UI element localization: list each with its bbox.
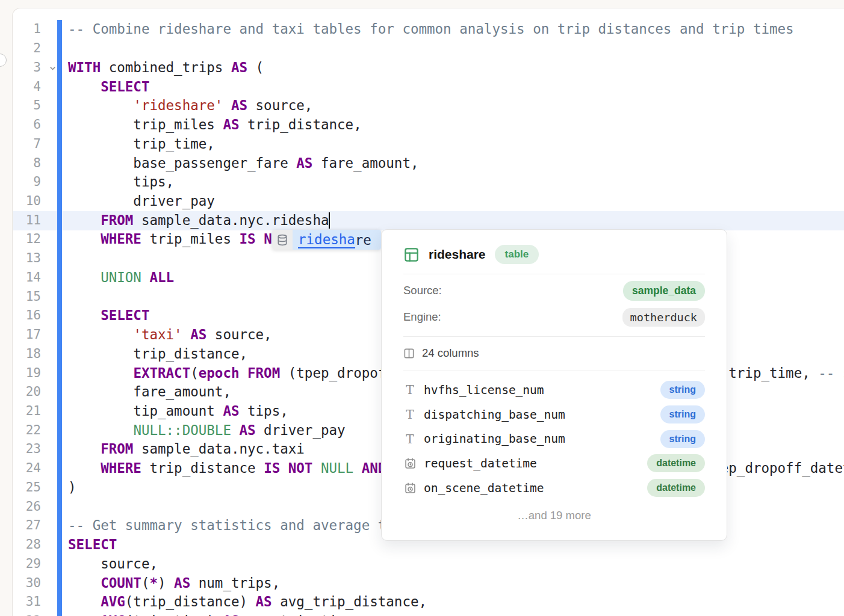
engine-row: Engine: motherduck [403,307,705,327]
code-line-1[interactable]: 1-- Combine rideshare and taxi tables fo… [0,20,844,39]
line-number: 13 [14,249,41,268]
code-line-3[interactable]: 3WITH combined_trips AS ( [0,58,844,78]
code-text: -- Combine rideshare and taxi tables for… [68,20,794,39]
code-line-11[interactable]: 11 FROM sample_data.nyc.ridesha [0,211,844,230]
line-number: 28 [14,535,41,555]
line-number: 23 [14,440,41,459]
source-label: Source: [403,284,442,297]
code-line-8[interactable]: 8 base_passenger_fare AS fare_amount, [0,154,844,173]
code-text: SELECT [68,306,149,325]
column-name: hvfhs_license_num [424,383,544,397]
line-number: 11 [14,211,41,230]
datetime-type-icon [403,457,417,470]
line-number: 32 [14,612,41,616]
column-row-request_datetime: request_datetimedatetime [403,451,705,476]
line-number: 20 [14,383,41,402]
divider [403,371,705,371]
column-type-badge: string [660,405,705,424]
table-icon [403,247,420,263]
code-text: 'taxi' AS source, [68,325,272,345]
code-text: NULL::DOUBLE AS driver_pay [68,421,346,440]
code-text: base_passenger_fare AS fare_amount, [68,154,419,173]
line-number: 8 [14,154,41,173]
line-number: 12 [14,230,41,249]
code-line-5[interactable]: 5 'rideshare' AS source, [0,96,844,116]
line-number: 25 [14,478,41,497]
source-row: Source: sample_data [403,280,705,301]
code-line-30[interactable]: 30 COUNT(*) AS num_trips, [0,574,844,593]
database-icon [272,230,293,250]
engine-value-badge: motherduck [622,308,705,327]
column-name: request_datetime [424,457,537,470]
line-number: 22 [14,421,41,440]
column-row-originating_base_num: Toriginating_base_numstring [403,427,705,451]
line-number: 6 [14,116,41,135]
code-line-29[interactable]: 29 source, [0,555,844,574]
line-number: 26 [14,497,41,517]
column-row-hvfhs_license_num: Thvfhs_license_numstring [403,378,705,402]
code-text: driver_pay [68,192,215,211]
line-number: 2 [14,39,41,58]
columns-count-row: 24 columns [403,345,705,362]
code-text: COUNT(*) AS num_trips, [68,574,280,593]
datetime-type-icon [403,482,417,494]
line-number: 17 [14,325,41,345]
divider [403,274,705,274]
text-cursor [329,212,330,229]
column-type-badge: datetime [647,454,705,472]
line-number: 24 [14,459,41,478]
column-type-badge: string [660,430,705,448]
line-number: 29 [14,555,41,574]
line-number: 30 [14,574,41,593]
code-line-31[interactable]: 31 AVG(trip_distance) AS avg_trip_distan… [0,593,844,612]
code-text: source, [68,555,158,574]
column-row-dispatching_base_num: Tdispatching_base_numstring [403,402,705,427]
string-type-icon: T [403,408,417,420]
code-text: trip_distance, [68,345,247,364]
line-number: 3 [14,58,41,78]
columns-icon [403,348,415,359]
column-type-badge: string [660,381,705,399]
code-text: FROM sample_data.nyc.taxi [68,440,305,459]
line-number: 19 [14,364,41,383]
code-text: tips, [68,173,174,192]
code-text: ) [68,478,76,497]
fold-chevron-down-icon[interactable] [48,64,57,73]
code-line-2[interactable]: 2 [0,39,844,58]
code-line-32[interactable]: 32 AVG(trip_time) AS avg_trip_time, [0,612,844,616]
code-line-4[interactable]: 4 SELECT [0,78,844,97]
line-number: 14 [14,268,41,288]
string-type-icon: T [403,433,417,445]
code-text: FROM sample_data.nyc.ridesha [68,211,329,230]
line-number: 5 [14,96,41,116]
code-text: UNION ALL [68,268,174,288]
divider [403,336,705,337]
line-number: 16 [14,306,41,325]
columns-count-label: 24 columns [422,346,479,360]
line-number: 18 [14,345,41,364]
autocomplete-match-text: ridesha [298,232,355,248]
column-type-badge: datetime [647,479,705,497]
column-row-on_scene_datetime: on_scene_datetimedatetime [403,476,705,500]
string-type-icon: T [403,384,417,396]
code-text: trip_time, [68,135,215,154]
table-name: rideshare [429,247,486,262]
code-text: WITH combined_trips AS ( [68,58,264,78]
line-number: 4 [14,78,41,97]
line-number: 15 [14,288,41,307]
column-name: dispatching_base_num [424,408,565,422]
code-text: trip_miles AS trip_distance, [68,116,362,135]
autocomplete-popup[interactable]: rideshare [272,230,381,250]
more-columns-label: …and 19 more [403,509,705,522]
change-indicator-bar [57,20,62,616]
code-line-7[interactable]: 7 trip_time, [0,135,844,154]
engine-label: Engine: [403,310,441,324]
autocomplete-item-rideshare[interactable]: rideshare [293,230,381,250]
code-line-9[interactable]: 9 tips, [0,173,844,192]
line-number: 9 [14,173,41,192]
code-text: 'rideshare' AS source, [68,96,312,116]
code-line-6[interactable]: 6 trip_miles AS trip_distance, [0,116,844,135]
code-line-10[interactable]: 10 driver_pay [0,192,844,211]
code-text: fare_amount, [68,383,231,402]
table-info-card: rideshare table Source: sample_data Engi… [381,229,727,541]
